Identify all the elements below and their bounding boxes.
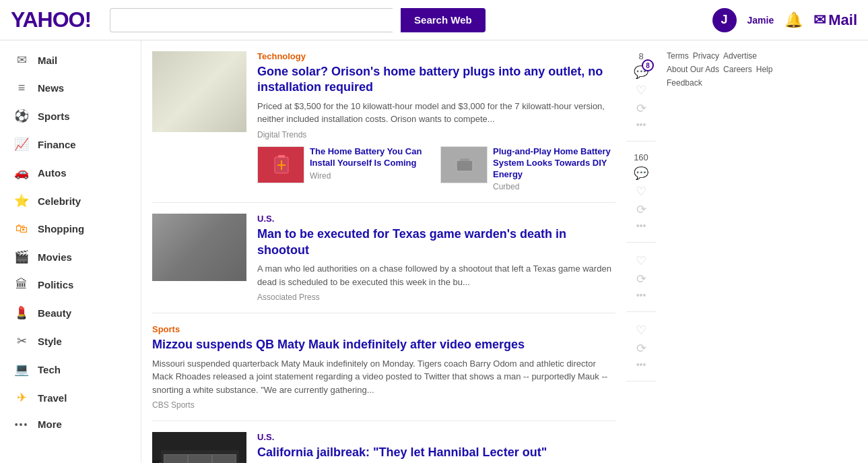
footer-link-privacy[interactable]: Privacy (693, 51, 719, 61)
article-desc: A man who led authorities on a chase fol… (257, 262, 615, 288)
sidebar-item-tech[interactable]: 💻 Tech (0, 355, 141, 383)
sidebar-item-label: Style (38, 336, 62, 347)
main-layout: ✉ Mail ≡ News ⚽ Sports 📈 Finance 🚗 Autos… (0, 40, 868, 463)
sidebar-item-label: Sports (38, 111, 70, 122)
share-icon[interactable]: ⟳ (636, 272, 646, 286)
share-icon[interactable]: ⟳ (636, 101, 646, 116)
heart-icon[interactable]: ♡ (636, 253, 646, 268)
sub-article-thumbnail (257, 146, 304, 183)
interaction-group: 8 💬 8 ♡ ⟳ ••• (626, 40, 656, 142)
news-icon: ≡ (13, 81, 30, 95)
sub-article-title[interactable]: Plug-and-Play Home Battery System Looks … (493, 146, 615, 181)
tech-icon: 💻 (13, 362, 30, 377)
sidebar-item-label: More (38, 419, 62, 430)
sidebar-item-finance[interactable]: 📈 Finance (0, 130, 141, 158)
travel-icon: ✈ (13, 390, 30, 405)
comment-count: 160 (634, 152, 648, 162)
mail-icon: ✉ (13, 53, 30, 67)
user-area: J Jamie 🔔 ✉ Mail (712, 8, 858, 32)
article-thumbnail: BREAKING NEWS Escaped Inmates Hossein Na… (152, 432, 246, 463)
sub-articles: The Home Battery You Can Install Yoursel… (257, 146, 615, 192)
sidebar-item-beauty[interactable]: 💄 Beauty (0, 299, 141, 327)
interaction-group: 160 💬 ♡ ⟳ ••• (626, 142, 656, 243)
username: Jamie (747, 15, 774, 26)
comment-count: 8 (638, 51, 643, 61)
style-icon: ✂ (13, 334, 30, 348)
sub-article-source: Wired (310, 171, 432, 181)
share-icon[interactable]: ⟳ (636, 341, 646, 356)
sub-article-title[interactable]: The Home Battery You Can Install Yoursel… (310, 146, 432, 169)
article-content: Technology Gone solar? Orison's home bat… (257, 51, 615, 191)
sidebar-item-label: Beauty (38, 307, 71, 319)
sidebar-item-movies[interactable]: 🎬 Movies (0, 243, 141, 271)
sidebar-item-politics[interactable]: 🏛 Politics (0, 271, 141, 299)
interaction-column: 8 💬 8 ♡ ⟳ ••• 160 💬 ♡ ⟳ ••• ♡ ⟳ ••• ♡ ⟳ (626, 40, 656, 463)
beauty-icon: 💄 (13, 305, 30, 320)
footer-link-about-ads[interactable]: About Our Ads (667, 65, 719, 74)
article-card: BREAKING NEWS Escaped Inmates Hossein Na… (152, 421, 615, 463)
article-category: Technology (257, 51, 615, 61)
sidebar-item-label: Celebrity (38, 195, 81, 207)
article-thumbnail (152, 214, 246, 281)
article-thumbnail (152, 51, 246, 132)
article-category: U.S. (257, 432, 615, 442)
comment-button-area[interactable]: 💬 8 (634, 65, 648, 80)
sidebar-item-travel[interactable]: ✈ Travel (0, 383, 141, 412)
sidebar-item-news[interactable]: ≡ News (0, 74, 141, 102)
article-card: Technology Gone solar? Orison's home bat… (152, 40, 615, 203)
interaction-group: ♡ ⟳ ••• (626, 243, 656, 312)
more-actions-icon[interactable]: ••• (636, 220, 646, 231)
yahoo-logo: YAHOO! (11, 7, 91, 32)
footer-panel: Terms Privacy Advertise About Our Ads Ca… (656, 40, 791, 463)
article-title[interactable]: California jailbreak: "They let Hannibal… (257, 445, 615, 460)
more-actions-icon[interactable]: ••• (636, 119, 646, 130)
search-button[interactable]: Search Web (401, 8, 486, 32)
autos-icon: 🚗 (13, 165, 30, 180)
heart-icon[interactable]: ♡ (636, 83, 646, 98)
sidebar-item-more[interactable]: ••• More (0, 412, 141, 437)
sidebar-item-label: Finance (38, 139, 76, 150)
heart-icon[interactable]: ♡ (636, 184, 646, 199)
svg-rect-1 (278, 155, 285, 158)
sidebar-item-label: Movies (38, 251, 72, 263)
mail-link[interactable]: ✉ Mail (813, 11, 857, 29)
article-desc: Priced at $3,500 for the 10 kilowatt-hou… (257, 100, 615, 126)
sidebar-item-shopping[interactable]: 🛍 Shopping (0, 215, 141, 243)
comment-icon[interactable]: 💬 (634, 166, 648, 181)
movies-icon: 🎬 (13, 249, 30, 264)
article-source: CBS Sports (152, 400, 615, 410)
footer-link-terms[interactable]: Terms (667, 51, 689, 61)
article-card: Sports Mizzou suspends QB Maty Mauk inde… (152, 313, 615, 421)
footer-link-feedback[interactable]: Feedback (667, 78, 702, 88)
footer-link-careers[interactable]: Careers (723, 65, 752, 74)
article-title[interactable]: Mizzou suspends QB Maty Mauk indefinitel… (152, 337, 615, 352)
heart-icon[interactable]: ♡ (636, 323, 646, 338)
sports-icon: ⚽ (13, 109, 30, 123)
footer-link-advertise[interactable]: Advertise (723, 51, 757, 61)
topbar: YAHOO! Search Web J Jamie 🔔 ✉ Mail (0, 0, 868, 40)
more-actions-icon[interactable]: ••• (636, 359, 646, 370)
article-source: Associated Press (257, 292, 615, 302)
sidebar-item-label: News (38, 82, 64, 94)
sidebar-item-sports[interactable]: ⚽ Sports (0, 102, 141, 130)
sidebar-item-style[interactable]: ✂ Style (0, 327, 141, 355)
finance-icon: 📈 (13, 137, 30, 152)
search-input[interactable] (110, 8, 393, 32)
bell-icon[interactable]: 🔔 (784, 11, 803, 29)
article-title[interactable]: Gone solar? Orison's home battery plugs … (257, 64, 615, 96)
sidebar-item-autos[interactable]: 🚗 Autos (0, 158, 141, 187)
article-title[interactable]: Man to be executed for Texas game warden… (257, 226, 615, 258)
sub-article: The Home Battery You Can Install Yoursel… (257, 146, 432, 192)
share-icon[interactable]: ⟳ (636, 202, 646, 217)
article-content: U.S. Man to be executed for Texas game w… (257, 214, 615, 302)
article-category: U.S. (257, 214, 615, 224)
comment-badge: 8 (642, 59, 654, 71)
sidebar-item-mail[interactable]: ✉ Mail (0, 46, 141, 74)
article-content: U.S. California jailbreak: "They let Han… (257, 432, 615, 463)
sub-article-source: Curbed (493, 182, 615, 191)
footer-link-help[interactable]: Help (756, 65, 773, 74)
more-actions-icon[interactable]: ••• (636, 290, 646, 301)
sub-article-content: Plug-and-Play Home Battery System Looks … (493, 146, 615, 192)
mail-label: Mail (828, 11, 857, 29)
sidebar-item-celebrity[interactable]: ⭐ Celebrity (0, 187, 141, 215)
